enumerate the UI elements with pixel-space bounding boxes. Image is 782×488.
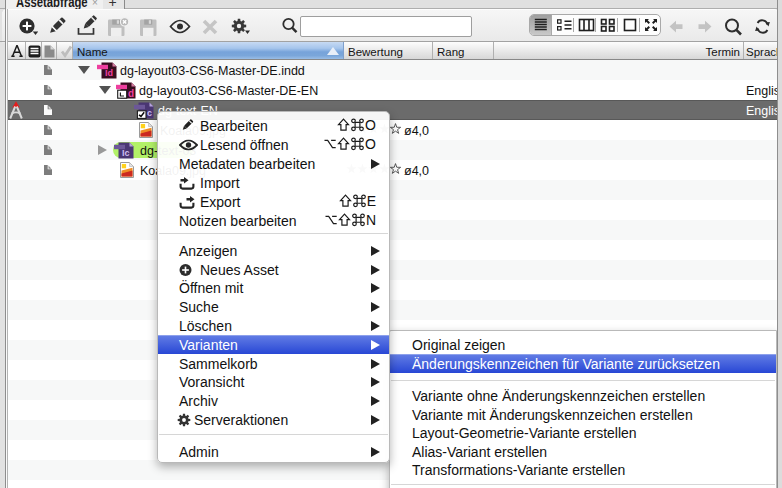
svg-text:Ic: Ic: [122, 148, 130, 158]
svg-text:Id: Id: [105, 68, 113, 78]
svg-text:d: d: [128, 87, 134, 98]
svg-text:c: c: [147, 108, 152, 118]
